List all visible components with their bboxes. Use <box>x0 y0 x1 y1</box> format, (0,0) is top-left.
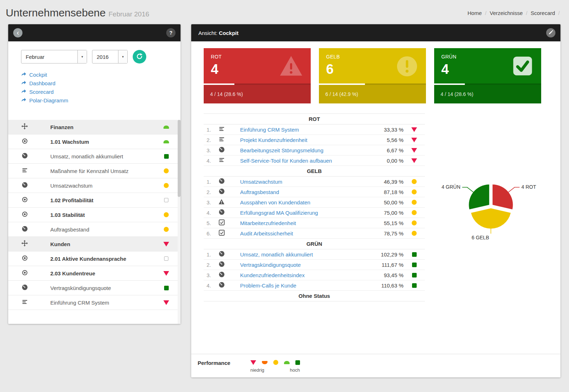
pie-slice-rot[interactable] <box>493 184 513 209</box>
view-link-dashboard[interactable]: Dashboard <box>21 80 181 86</box>
tree-row[interactable]: Finanzen <box>8 120 181 134</box>
edit-button[interactable] <box>546 28 555 37</box>
section-item-value: 110,63 % <box>371 282 403 289</box>
chevron-down-icon: ▾ <box>118 50 127 63</box>
pencil-icon <box>548 30 553 36</box>
tree-row[interactable]: Umsatz, monatlich akkumuliert <box>8 149 181 164</box>
section-item-link[interactable]: Mitarbeiterzufriedenheit <box>240 220 371 226</box>
tree-row[interactable]: Auftragsbestand <box>8 222 181 237</box>
section-item-number: 5. <box>204 220 214 226</box>
tree-row-icon-cell <box>17 270 32 277</box>
section-item-link[interactable]: Umsatz, monatlich akkumuliert <box>240 251 371 258</box>
action-icon <box>22 299 28 306</box>
section-title-ohne-status: Ohne Status <box>204 291 425 301</box>
section-item-status-cell <box>403 220 425 225</box>
breadcrumb: Home/Verzeichnisse/Scorecard/ <box>464 10 560 16</box>
section-item-link[interactable]: Umsatzwachstum <box>240 179 371 185</box>
tree-row-icon-cell <box>17 255 32 263</box>
tree-row[interactable]: 1.03 Stabilität <box>8 208 181 222</box>
section-item-row: 1.Umsatzwachstum46,39 % <box>204 177 425 187</box>
goal-icon <box>22 270 28 277</box>
section-item-link[interactable]: Kundenzufriedenheitsindex <box>240 272 371 278</box>
tree-row[interactable]: 2.03 Kundentreue <box>8 266 181 281</box>
tree-row-status-cell <box>158 198 174 202</box>
status-triangle-red <box>250 360 256 365</box>
page-title: UnternehmensebeneFebruar 2016 <box>6 7 149 19</box>
section-item-row: 2.Projekt Kundenzufriedenheit5,56 % <box>204 135 425 145</box>
kpi-card-rot[interactable]: ROT44 / 14 (28.6 %) <box>204 48 311 103</box>
section-item-link[interactable]: Projekt Kundenzufriedenheit <box>240 137 371 143</box>
collapse-button[interactable]: ‹ <box>13 28 22 37</box>
breadcrumb-link-scorecard[interactable]: Scorecard <box>530 10 555 16</box>
kpi-card-gelb[interactable]: GELB66 / 14 (42.9 %) <box>319 48 426 103</box>
section-item-row: 2.Vertragskündigungsquote111,67 % <box>204 260 425 270</box>
year-select-value: 2016 <box>92 50 118 63</box>
refresh-button[interactable] <box>133 50 146 63</box>
section-item-number: 4. <box>204 282 214 289</box>
tree-row[interactable]: Vertragskündigungsquote <box>8 281 181 295</box>
kpi-card-grün[interactable]: GRÜN44 / 14 (28.6 %) <box>434 48 541 103</box>
view-links: CockpitDashboardScorecardPolar-Diagramm <box>8 63 181 106</box>
help-button[interactable]: ? <box>166 28 176 37</box>
tree-row-icon-cell <box>17 240 32 248</box>
status-triangle-red <box>411 148 417 153</box>
status-square-green <box>412 273 417 278</box>
section-item-link[interactable]: Vertragskündigungsquote <box>240 262 371 268</box>
view-link-scorecard[interactable]: Scorecard <box>21 88 181 95</box>
section-item-number: 4. <box>204 210 214 216</box>
tree-row-icon-cell <box>17 182 32 189</box>
section-item-link[interactable]: Auftragsbestand <box>240 189 371 195</box>
section-item-link[interactable]: Ausspähen von Kundendaten <box>240 199 371 205</box>
status-square-green <box>164 154 169 159</box>
section-item-number: 3. <box>204 147 214 153</box>
status-triangle-red <box>163 300 169 305</box>
perspective-icon <box>21 240 28 248</box>
tree-row-icon-cell <box>17 138 32 146</box>
pie-slice-gelb[interactable] <box>471 208 510 229</box>
tree-row-label: Umsatzwachstum <box>50 183 92 189</box>
status-square-empty <box>164 256 168 261</box>
tree-row[interactable]: 1.02 Profitabilität <box>8 193 181 208</box>
section-item-link[interactable]: Einführung CRM System <box>240 127 371 133</box>
tree-row-status-cell <box>158 242 174 246</box>
section-item-row: 4.Problem-Calls je Kunde110,63 % <box>204 280 425 291</box>
month-select[interactable]: Februar ▾ <box>21 50 87 63</box>
tree-row-label: 2.03 Kundentreue <box>50 270 95 276</box>
section-item-link[interactable]: Erfüllungsgrad MA Qualifizierung <box>240 210 371 216</box>
section-title-gelb: GELB <box>204 166 425 177</box>
tree-row[interactable]: Einführung CRM System <box>8 295 181 310</box>
goal-icon <box>22 255 28 263</box>
tree-row[interactable]: Kunden <box>8 237 181 251</box>
section-item-link[interactable]: Self-Service-Tool für Kunden aufbauen <box>240 158 371 164</box>
tree-row-icon-cell <box>17 299 32 306</box>
section-item-number: 1. <box>204 251 214 258</box>
cockpit-panel: Ansicht: Cockpit ROT44 / 14 (28.6 %)GELB… <box>191 24 560 377</box>
tree-row[interactable]: 2.01 Aktive Kundenansprache <box>8 251 181 266</box>
scrollbar-thumb[interactable] <box>178 120 181 197</box>
section-item-icon-cell <box>214 136 229 143</box>
section-item-link[interactable]: Bearbeitungszeit Störungsmeldung <box>240 147 371 153</box>
status-circle-yellow <box>273 360 278 365</box>
section-item-link[interactable]: Problem-Calls je Kunde <box>240 282 371 289</box>
pie-slice-grün[interactable] <box>469 184 489 209</box>
section-item-link[interactable]: Audit Arbeitssicherheit <box>240 230 371 236</box>
tree-row[interactable]: Umsatzwachstum <box>8 178 181 193</box>
pie-callout-line <box>508 187 520 193</box>
tree-row[interactable]: Maßnahme für Kennzahl Umsatz <box>8 164 181 178</box>
view-link-cockpit[interactable]: Cockpit <box>21 71 181 78</box>
tree-row[interactable]: 1.01 Wachstum <box>8 134 181 149</box>
breadcrumb-link-home[interactable]: Home <box>468 10 482 16</box>
tree-row-status-cell <box>158 140 174 143</box>
view-link-item: Polar-Diagramm <box>21 97 181 103</box>
back-icon: ‹ <box>17 29 19 36</box>
performance-label: Performance <box>198 360 230 366</box>
measure-icon <box>219 251 225 258</box>
risk-icon <box>218 199 225 206</box>
section-item-status-cell <box>403 127 425 132</box>
scorecard-panel: ‹ ? Februar ▾ 2016 ▾ Cock <box>8 24 181 324</box>
year-select[interactable]: 2016 ▾ <box>92 50 128 63</box>
view-link-polar-diagramm[interactable]: Polar-Diagramm <box>21 97 181 103</box>
tree-row-status-cell <box>158 300 174 305</box>
section-item-row: 3.Kundenzufriedenheitsindex93,45 % <box>204 270 425 280</box>
breadcrumb-link-verzeichnisse[interactable]: Verzeichnisse <box>490 10 523 16</box>
